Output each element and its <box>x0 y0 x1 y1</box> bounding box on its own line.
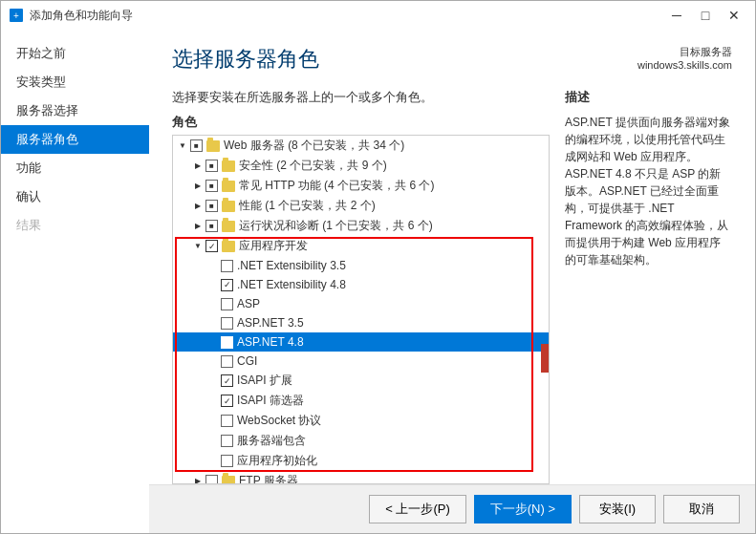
checkbox-security[interactable]: ■ <box>205 160 218 172</box>
tree-item-isapi-filter[interactable]: ✓ISAPI 筛选器 <box>173 391 549 411</box>
checkbox-asp[interactable] <box>221 298 233 310</box>
footer: < 上一步(P) 下一步(N) > 安装(I) 取消 <box>149 484 755 533</box>
tree-item-label-aspnet35: ASP.NET 3.5 <box>237 316 304 330</box>
tree-item-ftp-server[interactable]: ▶FTP 服务器 <box>173 471 549 484</box>
expand-arrow-icon[interactable]: ▶ <box>192 160 204 172</box>
content-area: 开始之前 安装类型 服务器选择 服务器角色 功能 确认 结果 <box>1 30 755 533</box>
tree-item-label-isapi-ext: ISAPI 扩展 <box>237 373 292 389</box>
svg-text:+: + <box>13 11 19 21</box>
tree-item-net-ext48[interactable]: ✓.NET Extensibility 4.8 <box>173 275 549 294</box>
tree-item-aspnet48[interactable]: ✓ASP.NET 4.8 <box>173 332 549 352</box>
maximize-button[interactable]: □ <box>692 4 719 27</box>
tree-item-label-web-server: Web 服务器 (8 个已安装，共 34 个) <box>224 138 404 154</box>
tree-item-label-http-features: 常见 HTTP 功能 (4 个已安装，共 6 个) <box>239 178 434 194</box>
checkbox-net-ext35[interactable] <box>221 260 233 272</box>
app-icon: + <box>9 8 24 23</box>
sidebar-item-server-role[interactable]: 服务器角色 <box>1 125 149 154</box>
col-header: 角色 <box>172 114 550 131</box>
tree-item-label-app-init: 应用程序初始化 <box>237 453 317 469</box>
tree-item-label-cgi: CGI <box>237 354 257 368</box>
expand-arrow-icon[interactable]: ▶ <box>192 221 204 232</box>
tree-item-label-net-ext35: .NET Extensibility 3.5 <box>237 259 346 272</box>
tree-item-app-dev[interactable]: ▼✓应用程序开发 <box>173 236 549 256</box>
folder-icon <box>222 181 235 192</box>
sidebar-item-start[interactable]: 开始之前 <box>1 39 149 68</box>
cancel-button[interactable]: 取消 <box>663 495 740 523</box>
folder-icon <box>222 476 235 485</box>
expand-arrow-icon[interactable]: ▶ <box>192 476 204 485</box>
folder-icon <box>222 160 235 172</box>
main-window: + 添加角色和功能向导 ─ □ ✕ 开始之前 安装类型 服务器选择 服务器角色 <box>0 0 756 534</box>
checkbox-isapi-ext[interactable]: ✓ <box>221 374 233 387</box>
folder-icon <box>222 221 235 232</box>
titlebar: + 添加角色和功能向导 ─ □ ✕ <box>1 1 755 30</box>
main-body: 选择要安装在所选服务器上的一个或多个角色。 角色 ▼■Web 服务器 (8 个已… <box>149 81 755 484</box>
checkbox-isapi-filter[interactable]: ✓ <box>221 395 233 407</box>
checkbox-ftp-server[interactable] <box>205 475 218 484</box>
minimize-button[interactable]: ─ <box>663 4 690 27</box>
tree-item-label-websocket: WebSocket 协议 <box>237 413 321 429</box>
folder-icon <box>222 201 235 212</box>
collapse-arrow-icon[interactable]: ▼ <box>177 140 188 152</box>
collapse-arrow-icon[interactable]: ▼ <box>192 241 204 252</box>
scroll-indicator <box>541 344 549 373</box>
checkbox-cgi[interactable] <box>221 355 233 368</box>
instruction-text: 选择要安装在所选服务器上的一个或多个角色。 <box>172 89 550 106</box>
tree-item-server-side-inc[interactable]: 服务器端包含 <box>173 431 549 451</box>
tree-item-app-init[interactable]: 应用程序初始化 <box>173 451 549 471</box>
close-button[interactable]: ✕ <box>721 4 747 27</box>
sidebar-item-feature[interactable]: 功能 <box>1 154 149 182</box>
tree-item-label-aspnet48: ASP.NET 4.8 <box>237 335 304 349</box>
tree-item-websocket[interactable]: WebSocket 协议 <box>173 411 549 431</box>
checkbox-aspnet48[interactable]: ✓ <box>221 336 233 349</box>
checkbox-aspnet35[interactable] <box>221 317 233 330</box>
tree-item-label-app-dev: 应用程序开发 <box>239 238 308 254</box>
tree-item-label-ftp-server: FTP 服务器 <box>239 473 298 484</box>
checkbox-health[interactable]: ■ <box>205 220 218 232</box>
checkbox-app-init[interactable] <box>221 455 233 467</box>
sidebar-item-server-select[interactable]: 服务器选择 <box>1 96 149 125</box>
tree-container[interactable]: ▼■Web 服务器 (8 个已安装，共 34 个)▶■安全性 (2 个已安装，共… <box>172 135 550 484</box>
sidebar-item-install-type[interactable]: 安装类型 <box>1 68 149 96</box>
tree-item-health[interactable]: ▶■运行状况和诊断 (1 个已安装，共 6 个) <box>173 216 549 236</box>
sidebar: 开始之前 安装类型 服务器选择 服务器角色 功能 确认 结果 <box>1 30 149 533</box>
main-content: 选择服务器角色 目标服务器 windows3.skills.com 选择要安装在… <box>149 30 755 533</box>
titlebar-buttons: ─ □ ✕ <box>663 4 747 27</box>
roles-panel: 选择要安装在所选服务器上的一个或多个角色。 角色 ▼■Web 服务器 (8 个已… <box>172 89 550 484</box>
tree-item-label-health: 运行状况和诊断 (1 个已安装，共 6 个) <box>239 218 433 234</box>
window-title: 添加角色和功能向导 <box>30 8 133 24</box>
tree-item-web-server[interactable]: ▼■Web 服务器 (8 个已安装，共 34 个) <box>173 136 549 156</box>
target-server-label: 目标服务器 <box>637 45 732 59</box>
desc-text: ASP.NET 提供面向服务器端对象的编程环境，以使用托管代码生成网站和 Web… <box>565 114 732 268</box>
tree-item-security[interactable]: ▶■安全性 (2 个已安装，共 9 个) <box>173 156 549 176</box>
install-button[interactable]: 安装(I) <box>579 495 656 523</box>
tree-item-http-features[interactable]: ▶■常见 HTTP 功能 (4 个已安装，共 6 个) <box>173 176 549 196</box>
sidebar-item-confirm[interactable]: 确认 <box>1 182 149 211</box>
page-title: 选择服务器角色 <box>172 45 319 74</box>
tree-item-net-ext35[interactable]: .NET Extensibility 3.5 <box>173 256 549 275</box>
checkbox-net-ext48[interactable]: ✓ <box>221 279 233 291</box>
folder-icon <box>206 140 220 152</box>
tree-item-perf[interactable]: ▶■性能 (1 个已安装，共 2 个) <box>173 196 549 216</box>
target-server-info: 目标服务器 windows3.skills.com <box>637 45 732 71</box>
tree-item-aspnet35[interactable]: ASP.NET 3.5 <box>173 313 549 332</box>
tree-item-isapi-ext[interactable]: ✓ISAPI 扩展 <box>173 371 549 391</box>
tree-item-label-net-ext48: .NET Extensibility 4.8 <box>237 278 346 291</box>
desc-header: 描述 <box>565 89 732 106</box>
expand-arrow-icon[interactable]: ▶ <box>192 181 204 192</box>
checkbox-perf[interactable]: ■ <box>205 200 218 212</box>
description-panel: 描述 ASP.NET 提供面向服务器端对象的编程环境，以使用托管代码生成网站和 … <box>565 89 732 484</box>
next-button[interactable]: 下一步(N) > <box>474 495 572 523</box>
checkbox-server-side-inc[interactable] <box>221 435 233 447</box>
checkbox-web-server[interactable]: ■ <box>190 139 203 152</box>
checkbox-http-features[interactable]: ■ <box>205 180 218 192</box>
expand-arrow-icon[interactable]: ▶ <box>192 201 204 212</box>
main-header: 选择服务器角色 目标服务器 windows3.skills.com <box>149 30 755 81</box>
checkbox-websocket[interactable] <box>221 415 233 427</box>
tree-item-label-server-side-inc: 服务器端包含 <box>237 433 306 449</box>
checkbox-app-dev[interactable]: ✓ <box>205 240 218 252</box>
tree-item-label-security: 安全性 (2 个已安装，共 9 个) <box>239 158 387 174</box>
tree-item-cgi[interactable]: CGI <box>173 352 549 371</box>
tree-item-asp[interactable]: ASP <box>173 294 549 313</box>
prev-button[interactable]: < 上一步(P) <box>369 495 466 523</box>
